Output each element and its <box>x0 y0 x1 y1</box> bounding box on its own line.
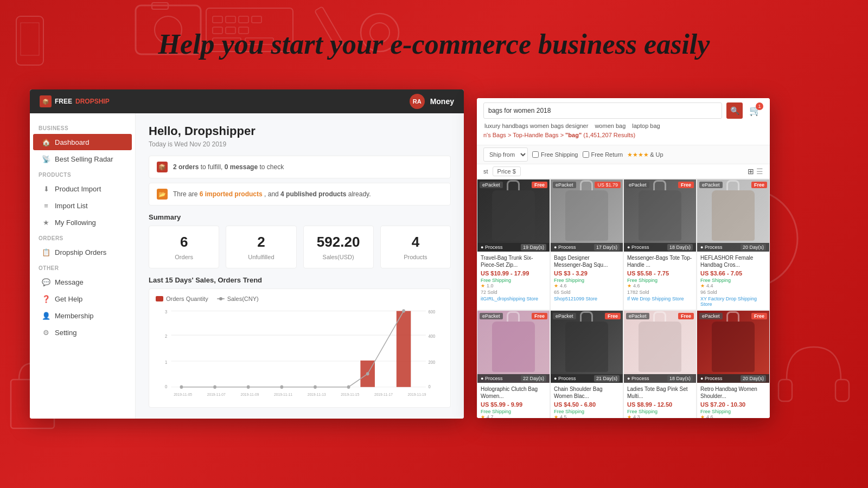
packet-badge-2: ePacket <box>553 182 576 188</box>
card-unfulfilled: 2 Unfulfilled <box>226 226 296 268</box>
orders-icon: 📋 <box>42 248 50 256</box>
hero-title: Help you start your e-commerce business … <box>158 28 710 60</box>
chart-title: Last 15 Days' Sales, Orders Trend <box>149 276 451 284</box>
orders-label: Orders <box>155 254 213 260</box>
sidebar-item-best-selling[interactable]: 📡 Best Selling Radar <box>33 151 132 167</box>
product-card-7[interactable]: ePacket Free ● Process 18 Day(s) Ladies … <box>623 310 697 418</box>
date-display: Today is Wed Nov 20 2019 <box>149 140 451 148</box>
free-shipping-filter: Free Shipping <box>532 151 578 158</box>
orders-count: 2 orders <box>173 163 199 171</box>
product-card-5[interactable]: ePacket Free ● Process 22 Day(s) Hologra… <box>477 310 550 418</box>
list-view-icon[interactable]: ☰ <box>756 167 763 176</box>
legend-label-orders: Orders Quantity <box>166 296 208 302</box>
product-card-6[interactable]: ePacket Free ● Process 21 Day(s) Chain S… <box>550 310 623 418</box>
membership-icon: 👤 <box>42 311 50 320</box>
process-bar-7: ● Process 18 Day(s) <box>624 374 696 383</box>
product-price-4: US $3.66 - 7.05 <box>700 270 766 277</box>
money-button[interactable]: Money <box>430 97 454 106</box>
product-image-5: ePacket Free ● Process 22 Day(s) <box>477 311 550 383</box>
logo-text-free: FREE <box>55 98 72 105</box>
published-count: 4 published products <box>280 190 346 198</box>
sidebar-item-get-help[interactable]: ❓ Get Help <box>33 291 132 307</box>
star-filter: ★★★★ & Up <box>627 151 663 158</box>
svg-text:2019-11-05: 2019-11-05 <box>174 392 192 396</box>
product-rating-8: ★4.6 <box>700 414 766 418</box>
legend-box-orders <box>156 296 163 301</box>
sidebar-item-message[interactable]: 💬 Message <box>33 274 132 290</box>
sort-price-button[interactable]: Price $ <box>493 166 521 176</box>
sidebar-item-dashboard[interactable]: 🏠 Dashboard <box>33 134 132 150</box>
sidebar-item-import-list[interactable]: ≡ Import List <box>33 197 132 214</box>
svg-text:200: 200 <box>429 360 436 365</box>
app-logo: 📦 FREE DROPSHIP <box>40 95 110 107</box>
product-info-5: Holographic Clutch Bag Women... US $5.99… <box>477 383 550 418</box>
product-rating-3: ★4.6 <box>627 283 693 288</box>
product-grid: ePacket Free ● Process 19 Day(s) Travel-… <box>477 179 770 418</box>
product-name-6: Chain Shoulder Bag Women Blac... <box>554 386 620 400</box>
unfulfilled-value: 2 <box>232 234 290 251</box>
legend-orders: Orders Quantity <box>156 296 208 302</box>
sidebar-item-product-import[interactable]: ⬇ Product Import <box>33 181 132 197</box>
tag-2[interactable]: women bag <box>593 122 627 130</box>
sidebar-item-setting[interactable]: ⚙ Setting <box>33 324 132 341</box>
search-button[interactable]: 🔍 <box>726 102 743 119</box>
logo-icon: 📦 <box>40 95 52 107</box>
process-bar-6: ● Process 21 Day(s) <box>551 374 623 383</box>
breadcrumb: n's Bags > Top-Handle Bags > "bag" (1,45… <box>483 132 763 138</box>
product-card-1[interactable]: ePacket Free ● Process 19 Day(s) Travel-… <box>477 179 550 310</box>
product-search-input[interactable] <box>483 102 722 119</box>
packet-badge-3: ePacket <box>626 182 649 188</box>
sidebar-item-membership[interactable]: 👤 Membership <box>33 307 132 324</box>
sidebar-section-products: PRODUCTS <box>30 168 135 180</box>
process-bar-2: ● Process 17 Day(s) <box>551 243 623 252</box>
product-card-3[interactable]: ePacket Free ● Process 18 Day(s) Messeng… <box>623 179 697 310</box>
free-return-checkbox[interactable] <box>583 151 589 158</box>
imported-count: 6 imported products <box>200 190 263 198</box>
cart-icon-wrap[interactable]: 🛒 1 <box>747 102 763 119</box>
svg-point-53 <box>314 386 317 389</box>
tag-1[interactable]: luxury handbags women bags designer <box>483 122 589 130</box>
svg-point-52 <box>280 386 283 389</box>
sort-row: st Price $ ⊞ ☰ <box>477 164 770 179</box>
sidebar-section-business: BUSINESS <box>30 121 135 133</box>
sidebar-label-best-selling: Best Selling Radar <box>55 155 113 163</box>
product-name-5: Holographic Clutch Bag Women... <box>481 386 546 400</box>
product-shipping-1: Free Shipping <box>481 278 546 283</box>
legend-line-sales <box>217 298 225 299</box>
free-shipping-label: Free Shipping <box>541 151 578 158</box>
price-badge-2: US $1.79 <box>595 182 621 188</box>
svg-point-50 <box>213 386 216 389</box>
sidebar-label-product-import: Product Import <box>55 185 101 193</box>
product-image-2: ePacket US $1.79 ● Process 17 Day(s) <box>551 179 623 252</box>
svg-text:2019-11-17: 2019-11-17 <box>374 392 393 396</box>
product-info-4: HEFLASHOR Female Handbag Cros... US $3.6… <box>697 252 769 310</box>
search-tags: luxury handbags women bags designer wome… <box>483 122 763 130</box>
product-rating-2: ★4.6 <box>554 283 620 288</box>
product-topbar: 🔍 🛒 1 luxury handbags women bags designe… <box>477 98 770 145</box>
sidebar-item-dropship-orders[interactable]: 📋 Dropship Orders <box>33 244 132 260</box>
alert-orders: 📦 2 orders to fulfill, 0 message to chec… <box>149 156 451 178</box>
tag-3[interactable]: laptop bag <box>631 122 661 130</box>
product-name-3: Messenger-Bags Tote Top-Handle ... <box>627 254 693 268</box>
sidebar-label-setting: Setting <box>55 329 76 337</box>
packet-badge-4: ePacket <box>699 182 723 188</box>
sidebar: BUSINESS 🏠 Dashboard 📡 Best Selling Rada… <box>30 113 136 419</box>
topbar-right: RA Money <box>410 94 454 109</box>
product-card-8[interactable]: ePacket Free ● Process 20 Day(s) Retro H… <box>697 310 770 418</box>
user-avatar[interactable]: RA <box>410 94 425 109</box>
sidebar-item-following[interactable]: ★ My Following <box>33 214 132 230</box>
import-icon: ⬇ <box>42 184 50 193</box>
alert-orders-text: 2 orders to fulfill, 0 message to check <box>173 163 284 171</box>
products-label: Products <box>386 254 445 260</box>
sidebar-label-dropship-orders: Dropship Orders <box>55 248 106 256</box>
free-shipping-checkbox[interactable] <box>532 151 539 158</box>
product-shipping-4: Free Shipping <box>700 278 766 283</box>
product-card-4[interactable]: ePacket Free ● Process 20 Day(s) HEFLASH… <box>697 179 770 310</box>
price-badge-3: Free <box>678 182 694 188</box>
ship-from-select[interactable]: Ship from <box>483 147 528 162</box>
product-card-2[interactable]: ePacket US $1.79 ● Process 17 Day(s) Bag… <box>550 179 623 310</box>
alert-orders-icon: 📦 <box>157 162 168 172</box>
price-badge-7: Free <box>678 313 694 319</box>
product-info-3: Messenger-Bags Tote Top-Handle ... US $5… <box>624 252 696 304</box>
grid-view-icon[interactable]: ⊞ <box>748 167 754 176</box>
